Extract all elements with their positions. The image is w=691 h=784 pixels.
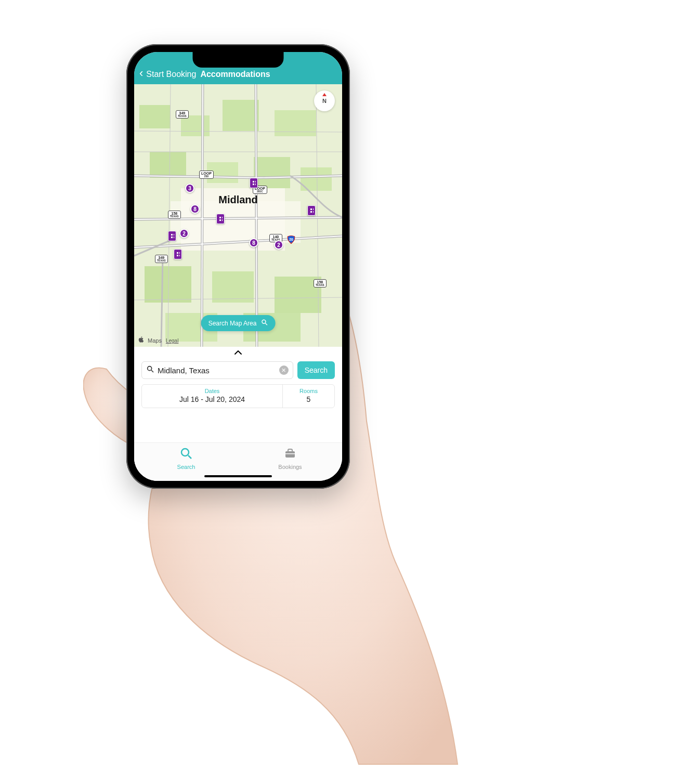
svg-rect-10 — [212, 271, 254, 303]
map-city-label: Midland — [218, 194, 258, 206]
search-icon — [146, 365, 154, 375]
back-button-label[interactable]: Start Booking — [146, 70, 196, 79]
location-input[interactable] — [158, 366, 276, 375]
search-button[interactable]: Search — [297, 361, 335, 379]
svg-rect-9 — [145, 266, 191, 303]
route-shield: 349TEXAS — [176, 110, 189, 119]
chevron-up-icon — [234, 348, 242, 357]
map-view[interactable]: Midland N 349TEXASLOOP250349TEXASLOOP281… — [134, 84, 342, 347]
filter-bar: Dates Jul 16 - Jul 20, 2024 Rooms 5 — [141, 384, 335, 408]
search-panel: ✕ Search Dates Jul 16 - Jul 20, 2024 Roo… — [134, 347, 342, 481]
phone-frame: ‹ Start Booking Accommodations — [126, 44, 350, 489]
dates-label: Dates — [142, 388, 282, 394]
search-icon — [180, 447, 192, 463]
search-icon — [260, 319, 268, 328]
svg-rect-5 — [150, 152, 186, 178]
map-cluster-pin[interactable]: 8 — [190, 204, 200, 214]
map-cluster-pin[interactable]: 8 — [249, 238, 258, 247]
map-hotel-marker[interactable] — [168, 231, 176, 241]
tab-label: Bookings — [278, 464, 302, 470]
page-title: Accommodations — [200, 70, 270, 79]
svg-point-22 — [262, 320, 266, 323]
panel-expand-handle[interactable] — [134, 347, 342, 358]
phone-notch — [193, 52, 284, 68]
home-indicator[interactable] — [204, 475, 272, 477]
map-cluster-pin[interactable]: 2 — [179, 229, 189, 238]
svg-line-27 — [188, 455, 191, 459]
back-chevron-icon[interactable]: ‹ — [137, 68, 144, 79]
close-icon: ✕ — [281, 368, 286, 373]
compass-label: N — [322, 98, 327, 104]
tab-label: Search — [177, 464, 195, 470]
svg-rect-7 — [254, 157, 290, 188]
svg-line-25 — [151, 370, 153, 372]
svg-rect-2 — [181, 115, 210, 136]
map-attribution: Maps Legal — [138, 336, 178, 344]
interstate-shield: 20 — [286, 235, 296, 244]
search-map-area-button[interactable]: Search Map Area — [201, 315, 276, 331]
rooms-value: 5 — [283, 395, 334, 403]
svg-rect-3 — [223, 100, 259, 131]
route-shield: LOOP250 — [199, 171, 214, 179]
map-hotel-marker[interactable] — [174, 249, 182, 259]
map-hotel-marker[interactable] — [307, 205, 316, 216]
map-brand-label: Maps — [148, 337, 162, 344]
route-shield: 158TEXAS — [168, 211, 181, 219]
rooms-filter[interactable]: Rooms 5 — [282, 385, 334, 408]
dates-value: Jul 16 - Jul 20, 2024 — [142, 395, 282, 403]
svg-point-24 — [148, 367, 152, 371]
route-shield: 158TEXAS — [314, 279, 327, 288]
compass-button[interactable]: N — [314, 90, 335, 111]
rooms-label: Rooms — [283, 388, 334, 394]
clear-input-button[interactable]: ✕ — [279, 365, 289, 375]
svg-point-26 — [181, 449, 189, 456]
svg-rect-28 — [285, 451, 295, 458]
map-cluster-pin[interactable]: 3 — [185, 184, 194, 193]
dates-filter[interactable]: Dates Jul 16 - Jul 20, 2024 — [142, 385, 282, 408]
route-shield: 349TEXAS — [155, 255, 168, 263]
location-search-box[interactable]: ✕ — [141, 361, 293, 379]
phone-screen: ‹ Start Booking Accommodations — [134, 52, 342, 481]
map-cluster-pin[interactable]: 2 — [274, 240, 283, 250]
apple-logo-icon — [138, 336, 144, 344]
search-row: ✕ Search — [134, 358, 342, 384]
map-legal-link[interactable]: Legal — [166, 338, 178, 344]
svg-line-23 — [265, 323, 267, 325]
map-hotel-marker[interactable] — [216, 214, 225, 224]
svg-rect-29 — [285, 453, 295, 454]
svg-text:20: 20 — [289, 238, 293, 241]
briefcase-icon — [284, 447, 296, 463]
svg-rect-1 — [139, 105, 171, 128]
map-hotel-marker[interactable] — [250, 178, 258, 188]
search-map-area-label: Search Map Area — [208, 320, 257, 327]
svg-rect-4 — [275, 110, 316, 136]
